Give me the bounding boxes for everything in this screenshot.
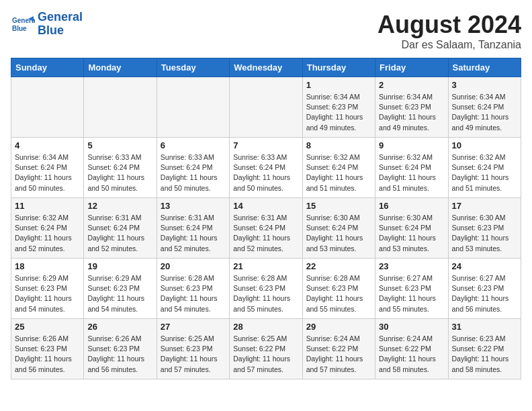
- day-cell: 17Sunrise: 6:30 AM Sunset: 6:23 PM Dayli…: [448, 198, 521, 259]
- day-header-thursday: Thursday: [302, 58, 375, 77]
- day-number: 12: [87, 201, 152, 211]
- day-cell: 27Sunrise: 6:25 AM Sunset: 6:23 PM Dayli…: [157, 319, 229, 379]
- day-cell: [84, 77, 157, 138]
- day-number: 22: [306, 261, 371, 271]
- logo-icon: General Blue: [11, 12, 35, 36]
- day-info: Sunrise: 6:30 AM Sunset: 6:24 PM Dayligh…: [379, 213, 444, 254]
- day-info: Sunrise: 6:34 AM Sunset: 6:23 PM Dayligh…: [306, 92, 371, 133]
- day-cell: 25Sunrise: 6:26 AM Sunset: 6:23 PM Dayli…: [11, 319, 84, 379]
- day-info: Sunrise: 6:31 AM Sunset: 6:24 PM Dayligh…: [233, 213, 298, 254]
- day-number: 24: [452, 261, 517, 271]
- day-info: Sunrise: 6:34 AM Sunset: 6:23 PM Dayligh…: [379, 92, 444, 133]
- day-number: 2: [379, 80, 444, 90]
- day-info: Sunrise: 6:26 AM Sunset: 6:23 PM Dayligh…: [15, 334, 80, 375]
- day-info: Sunrise: 6:26 AM Sunset: 6:23 PM Dayligh…: [87, 334, 152, 375]
- day-header-wednesday: Wednesday: [230, 58, 302, 77]
- day-cell: 2Sunrise: 6:34 AM Sunset: 6:23 PM Daylig…: [375, 77, 448, 138]
- day-cell: 21Sunrise: 6:28 AM Sunset: 6:23 PM Dayli…: [230, 259, 302, 319]
- day-number: 15: [306, 201, 371, 211]
- calendar-header: SundayMondayTuesdayWednesdayThursdayFrid…: [11, 58, 521, 77]
- day-info: Sunrise: 6:24 AM Sunset: 6:22 PM Dayligh…: [306, 334, 371, 375]
- day-number: 5: [87, 140, 152, 150]
- day-cell: [11, 77, 84, 138]
- header-row: SundayMondayTuesdayWednesdayThursdayFrid…: [11, 58, 521, 77]
- day-cell: 9Sunrise: 6:32 AM Sunset: 6:24 PM Daylig…: [375, 138, 448, 198]
- day-cell: 7Sunrise: 6:33 AM Sunset: 6:24 PM Daylig…: [230, 138, 302, 198]
- svg-rect-0: [11, 12, 35, 36]
- day-cell: [230, 77, 302, 138]
- calendar-table: SundayMondayTuesdayWednesdayThursdayFrid…: [11, 58, 521, 379]
- day-header-friday: Friday: [375, 58, 448, 77]
- location: Dar es Salaam, Tanzania: [378, 39, 521, 51]
- day-header-tuesday: Tuesday: [157, 58, 229, 77]
- day-info: Sunrise: 6:30 AM Sunset: 6:23 PM Dayligh…: [452, 213, 517, 254]
- day-info: Sunrise: 6:32 AM Sunset: 6:24 PM Dayligh…: [379, 152, 444, 193]
- day-info: Sunrise: 6:33 AM Sunset: 6:24 PM Dayligh…: [161, 152, 226, 193]
- week-row-1: 1Sunrise: 6:34 AM Sunset: 6:23 PM Daylig…: [11, 77, 521, 138]
- day-info: Sunrise: 6:24 AM Sunset: 6:22 PM Dayligh…: [379, 334, 444, 375]
- day-info: Sunrise: 6:32 AM Sunset: 6:24 PM Dayligh…: [15, 213, 80, 254]
- svg-text:Blue: Blue: [12, 25, 27, 32]
- day-info: Sunrise: 6:32 AM Sunset: 6:24 PM Dayligh…: [306, 152, 371, 193]
- day-cell: 11Sunrise: 6:32 AM Sunset: 6:24 PM Dayli…: [11, 198, 84, 259]
- week-row-3: 11Sunrise: 6:32 AM Sunset: 6:24 PM Dayli…: [11, 198, 521, 259]
- day-info: Sunrise: 6:29 AM Sunset: 6:23 PM Dayligh…: [87, 273, 152, 314]
- day-cell: 8Sunrise: 6:32 AM Sunset: 6:24 PM Daylig…: [302, 138, 375, 198]
- day-number: 29: [306, 322, 371, 332]
- day-header-monday: Monday: [84, 58, 157, 77]
- day-number: 30: [379, 322, 444, 332]
- day-number: 7: [233, 140, 298, 150]
- day-cell: 6Sunrise: 6:33 AM Sunset: 6:24 PM Daylig…: [157, 138, 229, 198]
- day-cell: 30Sunrise: 6:24 AM Sunset: 6:22 PM Dayli…: [375, 319, 448, 379]
- day-cell: 19Sunrise: 6:29 AM Sunset: 6:23 PM Dayli…: [84, 259, 157, 319]
- day-info: Sunrise: 6:25 AM Sunset: 6:23 PM Dayligh…: [161, 334, 226, 375]
- day-info: Sunrise: 6:28 AM Sunset: 6:23 PM Dayligh…: [233, 273, 298, 314]
- logo-line1: General: [38, 10, 83, 24]
- day-cell: 31Sunrise: 6:23 AM Sunset: 6:22 PM Dayli…: [448, 319, 521, 379]
- day-cell: 10Sunrise: 6:32 AM Sunset: 6:24 PM Dayli…: [448, 138, 521, 198]
- day-info: Sunrise: 6:28 AM Sunset: 6:23 PM Dayligh…: [161, 273, 226, 314]
- day-info: Sunrise: 6:27 AM Sunset: 6:23 PM Dayligh…: [452, 273, 517, 314]
- day-cell: 20Sunrise: 6:28 AM Sunset: 6:23 PM Dayli…: [157, 259, 229, 319]
- day-number: 17: [452, 201, 517, 211]
- day-number: 19: [87, 261, 152, 271]
- day-header-saturday: Saturday: [448, 58, 521, 77]
- day-number: 6: [161, 140, 226, 150]
- day-cell: 12Sunrise: 6:31 AM Sunset: 6:24 PM Dayli…: [84, 198, 157, 259]
- logo-line2: Blue: [38, 24, 64, 37]
- day-number: 14: [233, 201, 298, 211]
- day-info: Sunrise: 6:27 AM Sunset: 6:23 PM Dayligh…: [379, 273, 444, 314]
- day-info: Sunrise: 6:23 AM Sunset: 6:22 PM Dayligh…: [452, 334, 517, 375]
- day-number: 3: [452, 80, 517, 90]
- month-title: August 2024: [378, 11, 521, 39]
- day-cell: 22Sunrise: 6:28 AM Sunset: 6:23 PM Dayli…: [302, 259, 375, 319]
- calendar-body: 1Sunrise: 6:34 AM Sunset: 6:23 PM Daylig…: [11, 77, 521, 379]
- day-cell: 15Sunrise: 6:30 AM Sunset: 6:24 PM Dayli…: [302, 198, 375, 259]
- day-number: 20: [161, 261, 226, 271]
- day-cell: 13Sunrise: 6:31 AM Sunset: 6:24 PM Dayli…: [157, 198, 229, 259]
- day-number: 10: [452, 140, 517, 150]
- day-number: 25: [15, 322, 80, 332]
- day-cell: 18Sunrise: 6:29 AM Sunset: 6:23 PM Dayli…: [11, 259, 84, 319]
- day-info: Sunrise: 6:25 AM Sunset: 6:22 PM Dayligh…: [233, 334, 298, 375]
- day-cell: 24Sunrise: 6:27 AM Sunset: 6:23 PM Dayli…: [448, 259, 521, 319]
- day-cell: 5Sunrise: 6:33 AM Sunset: 6:24 PM Daylig…: [84, 138, 157, 198]
- week-row-2: 4Sunrise: 6:34 AM Sunset: 6:24 PM Daylig…: [11, 138, 521, 198]
- day-number: 28: [233, 322, 298, 332]
- day-info: Sunrise: 6:33 AM Sunset: 6:24 PM Dayligh…: [87, 152, 152, 193]
- day-number: 1: [306, 80, 371, 90]
- day-info: Sunrise: 6:28 AM Sunset: 6:23 PM Dayligh…: [306, 273, 371, 314]
- day-number: 18: [15, 261, 80, 271]
- day-info: Sunrise: 6:31 AM Sunset: 6:24 PM Dayligh…: [87, 213, 152, 254]
- day-number: 8: [306, 140, 371, 150]
- day-cell: 23Sunrise: 6:27 AM Sunset: 6:23 PM Dayli…: [375, 259, 448, 319]
- day-cell: 14Sunrise: 6:31 AM Sunset: 6:24 PM Dayli…: [230, 198, 302, 259]
- day-cell: 4Sunrise: 6:34 AM Sunset: 6:24 PM Daylig…: [11, 138, 84, 198]
- day-number: 16: [379, 201, 444, 211]
- day-number: 27: [161, 322, 226, 332]
- day-info: Sunrise: 6:34 AM Sunset: 6:24 PM Dayligh…: [452, 92, 517, 133]
- title-block: August 2024 Dar es Salaam, Tanzania: [378, 11, 521, 51]
- day-number: 4: [15, 140, 80, 150]
- day-cell: 26Sunrise: 6:26 AM Sunset: 6:23 PM Dayli…: [84, 319, 157, 379]
- week-row-4: 18Sunrise: 6:29 AM Sunset: 6:23 PM Dayli…: [11, 259, 521, 319]
